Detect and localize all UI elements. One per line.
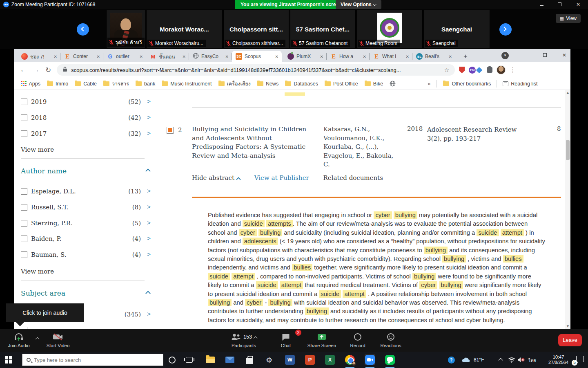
taskbar-icon-word[interactable]: W <box>285 355 295 365</box>
participants-caret[interactable] <box>253 336 257 340</box>
tab-close-icon[interactable]: ✕ <box>225 54 229 60</box>
tab-close-icon[interactable]: ✕ <box>319 54 324 60</box>
chevron-up-icon[interactable] <box>145 291 151 296</box>
subject-area-header[interactable]: Subject area <box>21 289 152 297</box>
related-documents-link[interactable]: Related documents <box>323 174 383 182</box>
start-video-button[interactable]: Start Video <box>42 332 74 348</box>
scrollbar-thumb[interactable] <box>566 140 570 160</box>
view-layout-button[interactable]: ▦View <box>556 14 581 23</box>
year-checkbox[interactable] <box>21 114 27 121</box>
chevron-right-icon[interactable]: > <box>147 251 151 258</box>
scroll-up-icon[interactable]: ▲ <box>565 90 570 96</box>
result-authors[interactable]: Katsaras, G.N., Vouloumanou, E.K., Kourl… <box>323 125 400 169</box>
tab-close-icon[interactable]: ✕ <box>139 54 144 60</box>
taskbar-icon-mail[interactable] <box>225 355 235 365</box>
translate-extension-icon[interactable]: EN <box>469 67 476 74</box>
bookmark-folder[interactable]: วารสาร <box>103 80 129 88</box>
video-tile[interactable]: 57 Sasitorn Chet... 57 Sasitorn Chetanon… <box>290 10 356 48</box>
chevron-right-icon[interactable]: > <box>147 235 151 242</box>
chevron-right-icon[interactable]: > <box>147 203 151 210</box>
chrome-update-icon[interactable]: ▼ <box>501 52 509 59</box>
volume-muted-icon[interactable] <box>516 355 526 365</box>
video-tile[interactable]: Meeting Room <box>356 10 423 48</box>
page-scrollbar[interactable]: ▲ ▼ <box>565 90 570 329</box>
bookmark-folder[interactable]: เครื่องเสียง <box>218 80 251 88</box>
browser-minimize-button[interactable] <box>520 50 530 61</box>
tab-ch7[interactable]: ช่อง 7!✕ <box>18 51 60 62</box>
tab-close-icon[interactable]: ✕ <box>405 54 410 60</box>
tab-outlier[interactable]: Goutlier✕ <box>103 51 146 62</box>
year-checkbox[interactable] <box>21 130 27 137</box>
bookmark-folder[interactable]: Bike <box>365 81 383 87</box>
author-checkbox[interactable] <box>21 204 27 211</box>
cortana-icon[interactable] <box>167 355 177 365</box>
tab-plumx[interactable]: PlumX✕ <box>284 51 327 62</box>
back-button[interactable]: ← <box>20 66 27 74</box>
chevron-right-icon[interactable]: > <box>147 310 151 317</box>
reload-button[interactable]: ↻ <box>45 66 51 74</box>
apps-shortcut[interactable]: Apps <box>21 81 40 87</box>
reading-list[interactable]: Reading list <box>511 81 537 87</box>
bookmark-star-icon[interactable]: ☆ <box>444 67 450 73</box>
tab-close-icon[interactable]: ✕ <box>274 54 279 60</box>
record-button[interactable]: Record <box>345 332 370 348</box>
view-options-button[interactable]: View Options <box>336 0 381 9</box>
tab-conter[interactable]: EConter✕ <box>60 51 103 62</box>
leave-button[interactable]: Leave <box>558 334 582 346</box>
browser-restore-button[interactable] <box>539 50 550 61</box>
tab-what[interactable]: EWhat i✕ <box>370 51 412 62</box>
bookmark-folder[interactable]: Databases <box>285 81 318 87</box>
tab-close-icon[interactable]: ✕ <box>53 54 58 60</box>
scroll-down-icon[interactable]: ▼ <box>565 323 570 329</box>
taskbar-icon-powerpoint[interactable]: P <box>305 355 315 365</box>
start-button[interactable] <box>5 356 12 364</box>
tab-scopus-active[interactable]: SCScopus✕ <box>232 51 282 62</box>
taskbar-icon-zoom[interactable] <box>365 355 375 365</box>
language-indicator[interactable]: ไทย <box>528 357 536 364</box>
view-at-publisher-link[interactable]: View at Publisher <box>254 174 309 182</box>
taskbar-search[interactable] <box>22 354 163 366</box>
chevron-right-icon[interactable]: > <box>147 98 151 105</box>
extensions-puzzle-icon[interactable] <box>487 67 492 73</box>
help-tray-icon[interactable]: ? <box>446 355 457 365</box>
tab-bealls[interactable]: BLBeall's✕ <box>412 51 455 62</box>
tab-easyco[interactable]: EasyCo✕ <box>189 51 232 62</box>
bookmark-folder[interactable]: Immo <box>47 81 68 87</box>
chat-button[interactable]: 2 Chat <box>274 332 297 348</box>
reactions-button[interactable]: Reactions <box>376 332 406 348</box>
chevron-right-icon[interactable]: > <box>147 114 151 121</box>
video-tile[interactable]: Morakot Worac... Morakot Worachairu... <box>146 10 223 48</box>
tray-overflow-caret[interactable] <box>498 358 503 362</box>
author-checkbox[interactable] <box>21 236 27 242</box>
zoom-minimize-button[interactable] <box>538 1 545 8</box>
taskbar-icon-settings[interactable]: ⚙ <box>264 355 274 365</box>
author-checkbox[interactable] <box>21 251 27 258</box>
audio-options-caret[interactable] <box>36 337 40 341</box>
view-more-years-link[interactable]: View more <box>21 146 54 153</box>
hide-abstract-link[interactable]: Hide abstract <box>192 174 240 182</box>
next-participants-button[interactable] <box>499 23 512 36</box>
view-more-authors-link[interactable]: View more <box>21 268 54 275</box>
webadvisor-extension-icon[interactable] <box>459 67 465 73</box>
author-name-header[interactable]: Author name <box>21 167 152 175</box>
video-tile[interactable]: Saengchai Saengchai <box>423 10 490 48</box>
weather-temp[interactable]: 81°F <box>474 357 484 363</box>
tab-how[interactable]: EHow a✕ <box>327 51 370 62</box>
result-citations[interactable]: 8 <box>557 125 561 132</box>
chevron-right-icon[interactable]: > <box>147 219 151 226</box>
taskbar-icon-chrome[interactable] <box>345 355 355 365</box>
tab-gmail[interactable]: Mขั้นตอน✕ <box>146 51 189 62</box>
bookmark-folder[interactable]: News <box>257 81 278 87</box>
bookmark-folder[interactable]: Post Office <box>325 81 358 87</box>
share-screen-button[interactable]: Share Screen <box>304 332 339 348</box>
new-tab-button[interactable]: + <box>461 52 470 61</box>
author-checkbox[interactable] <box>21 188 27 195</box>
tab-close-icon[interactable]: ✕ <box>362 54 367 60</box>
bookmark-folder[interactable]: Cable <box>75 81 97 87</box>
bookmark-globe[interactable] <box>390 81 396 87</box>
author-checkbox[interactable] <box>21 220 27 227</box>
bookmark-folder[interactable]: bank <box>136 81 155 87</box>
bookmarks-overflow-icon[interactable]: » <box>428 81 430 87</box>
bookmark-folder[interactable]: Music Instrucment <box>162 81 212 87</box>
pointer-extension-icon[interactable] <box>476 67 483 73</box>
